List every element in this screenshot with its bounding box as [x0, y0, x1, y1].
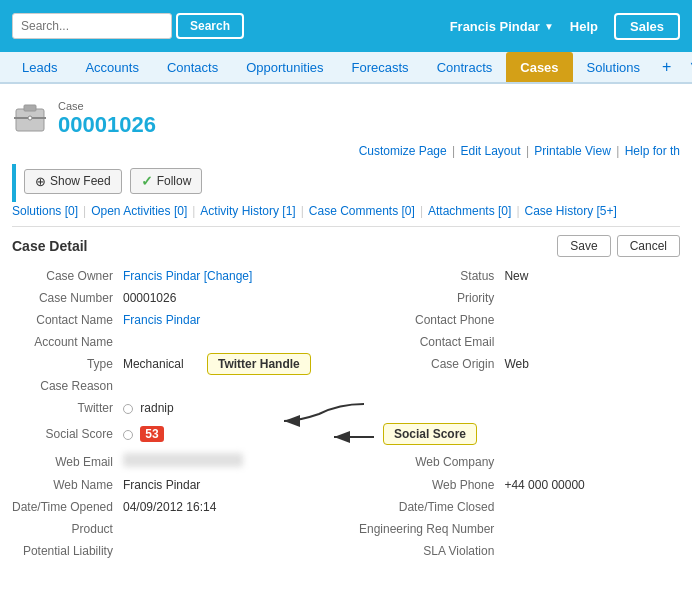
field-value [119, 331, 359, 353]
nav-tab-contracts[interactable]: Contracts [423, 52, 507, 82]
svg-point-3 [28, 116, 32, 120]
case-label: Case [58, 100, 156, 112]
help-link[interactable]: Help for th [625, 144, 680, 158]
table-row: Case Owner Francis Pindar [Change] Statu… [12, 265, 680, 287]
table-row: Date/Time Opened 04/09/2012 16:14 Date/T… [12, 496, 680, 518]
field-label: Web Company [359, 449, 500, 474]
field-value [119, 449, 359, 474]
sales-button[interactable]: Sales [614, 13, 680, 40]
field-label: Contact Email [359, 331, 500, 353]
user-dropdown-arrow: ▼ [544, 21, 554, 32]
section-header: Case Detail Save Cancel [12, 235, 680, 257]
table-row: Web Email Web Company [12, 449, 680, 474]
arrow-icon: ⊕ [35, 174, 46, 189]
type-value: Mechanical [123, 357, 184, 371]
field-label: Case Reason [12, 375, 119, 397]
search-box: Search [12, 13, 244, 39]
check-icon: ✓ [141, 173, 153, 189]
table-row: Web Name Francis Pindar Web Phone +44 00… [12, 474, 680, 496]
case-number: 00001026 [58, 112, 156, 138]
nav-tab-solutions[interactable]: Solutions [573, 52, 654, 82]
search-button[interactable]: Search [176, 13, 244, 39]
case-icon [12, 101, 48, 137]
table-row: Twitter radnip [12, 397, 680, 419]
navbar: Leads Accounts Contacts Opportunities Fo… [0, 52, 692, 84]
field-value [500, 496, 680, 518]
table-row: Case Number 00001026 Priority [12, 287, 680, 309]
case-owner-link[interactable]: Francis Pindar [Change] [123, 269, 252, 283]
table-row: Account Name Contact Email [12, 331, 680, 353]
field-value [500, 518, 680, 540]
field-label: Case Number [12, 287, 119, 309]
nav-tab-opportunities[interactable]: Opportunities [232, 52, 337, 82]
field-value [119, 518, 359, 540]
twitter-dot [123, 404, 133, 414]
case-history-link[interactable]: Case History [5+] [525, 204, 617, 218]
show-feed-button[interactable]: ⊕ Show Feed [24, 169, 122, 194]
social-arrow-svg [329, 427, 379, 447]
solutions-link[interactable]: Solutions [0] [12, 204, 78, 218]
blue-bar-section: ⊕ Show Feed ✓ Follow [12, 164, 680, 202]
section-title: Case Detail [12, 238, 87, 254]
twitter-handle-value: radnip [140, 401, 173, 415]
nav-tab-cases[interactable]: Cases [506, 52, 572, 82]
sub-nav: Solutions [0] | Open Activities [0] | Ac… [12, 202, 680, 227]
field-label: Contact Phone [359, 309, 500, 331]
table-row: Social Score 53 Social Score [12, 419, 680, 449]
field-label: Case Origin [359, 353, 500, 375]
field-label: Web Name [12, 474, 119, 496]
nav-tab-forecasts[interactable]: Forecasts [338, 52, 423, 82]
field-label: Date/Time Opened [12, 496, 119, 518]
field-label: Account Name [12, 331, 119, 353]
table-row: Contact Name Francis Pindar Contact Phon… [12, 309, 680, 331]
field-value: 04/09/2012 16:14 [119, 496, 359, 518]
case-title-block: Case 00001026 [58, 100, 156, 138]
table-row: Potential Liability SLA Violation [12, 540, 680, 562]
field-value [500, 540, 680, 562]
form-table: Case Owner Francis Pindar [Change] Statu… [12, 265, 680, 562]
user-name[interactable]: Francis Pindar ▼ [450, 19, 554, 34]
field-label: Case Owner [12, 265, 119, 287]
activity-history-link[interactable]: Activity History [1] [200, 204, 295, 218]
case-header: Case 00001026 [12, 92, 680, 142]
help-link[interactable]: Help [570, 19, 598, 34]
field-label: Twitter [12, 397, 119, 419]
nav-tab-contacts[interactable]: Contacts [153, 52, 232, 82]
field-value: Web [500, 353, 680, 375]
contact-name-link[interactable]: Francis Pindar [123, 313, 200, 327]
table-row: Type Mechanical Twitter Handle Case Orig… [12, 353, 680, 375]
customize-page-link[interactable]: Customize Page [359, 144, 447, 158]
nav-add-tab[interactable]: + [654, 52, 679, 82]
case-comments-link[interactable]: Case Comments [0] [309, 204, 415, 218]
field-label: Product [12, 518, 119, 540]
search-input[interactable] [12, 13, 172, 39]
case-detail: Case Detail Save Cancel Case Owner Franc… [12, 235, 680, 562]
save-button[interactable]: Save [557, 235, 610, 257]
printable-view-link[interactable]: Printable View [534, 144, 611, 158]
edit-layout-link[interactable]: Edit Layout [461, 144, 521, 158]
feed-buttons: ⊕ Show Feed ✓ Follow [24, 164, 680, 202]
field-value: +44 000 00000 [500, 474, 680, 496]
field-value [500, 309, 680, 331]
nav-tab-leads[interactable]: Leads [8, 52, 71, 82]
social-score-dot [123, 430, 133, 440]
field-value: Francis Pindar [Change] [119, 265, 359, 287]
field-label: Web Phone [359, 474, 500, 496]
follow-button[interactable]: ✓ Follow [130, 168, 203, 194]
field-value: New [500, 265, 680, 287]
field-value [500, 449, 680, 474]
field-label: SLA Violation [359, 540, 500, 562]
open-activities-link[interactable]: Open Activities [0] [91, 204, 187, 218]
nav-more-tabs[interactable]: ▼ [679, 52, 692, 82]
field-value: Francis Pindar [119, 474, 359, 496]
topbar: Search Francis Pindar ▼ Help Sales [0, 0, 692, 52]
field-label: Potential Liability [12, 540, 119, 562]
nav-tab-accounts[interactable]: Accounts [71, 52, 152, 82]
cancel-button[interactable]: Cancel [617, 235, 680, 257]
attachments-link[interactable]: Attachments [0] [428, 204, 511, 218]
field-value [500, 287, 680, 309]
field-value: Francis Pindar [119, 309, 359, 331]
social-score-callout: Social Score [383, 423, 477, 445]
table-row: Case Reason [12, 375, 680, 397]
topbar-right: Francis Pindar ▼ Help Sales [450, 13, 680, 40]
